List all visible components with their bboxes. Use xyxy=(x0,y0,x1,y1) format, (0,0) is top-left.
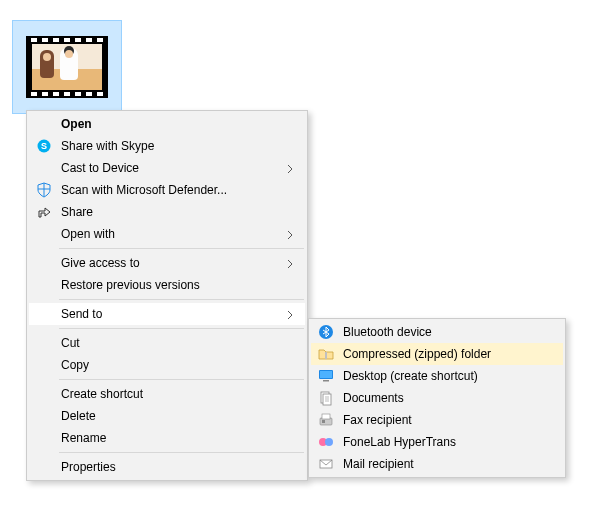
chevron-right-icon xyxy=(287,163,295,177)
selected-file[interactable] xyxy=(12,20,122,114)
menu-label: Share with Skype xyxy=(61,139,275,153)
shield-icon xyxy=(36,182,52,198)
separator xyxy=(59,328,304,329)
menu-give-access[interactable]: Give access to xyxy=(29,252,305,274)
submenu-label: Fax recipient xyxy=(343,413,533,427)
zip-folder-icon xyxy=(318,346,334,362)
documents-icon xyxy=(318,390,334,406)
svg-rect-15 xyxy=(322,414,330,419)
svg-rect-16 xyxy=(322,420,325,423)
submenu-fax[interactable]: Fax recipient xyxy=(311,409,563,431)
bluetooth-icon xyxy=(318,324,334,340)
menu-label: Share xyxy=(61,205,275,219)
menu-cast[interactable]: Cast to Device xyxy=(29,157,305,179)
chevron-right-icon xyxy=(287,258,295,272)
menu-label: Restore previous versions xyxy=(61,278,275,292)
submenu-label: FoneLab HyperTrans xyxy=(343,435,533,449)
menu-label: Properties xyxy=(61,460,275,474)
menu-share-skype[interactable]: S Share with Skype xyxy=(29,135,305,157)
share-icon xyxy=(36,204,52,220)
separator xyxy=(59,452,304,453)
menu-label: Create shortcut xyxy=(61,387,275,401)
menu-label: Open xyxy=(61,117,275,131)
submenu-label: Compressed (zipped) folder xyxy=(343,347,533,361)
chevron-right-icon xyxy=(287,229,295,243)
menu-label: Send to xyxy=(61,307,275,321)
fax-icon xyxy=(318,412,334,428)
menu-create-shortcut[interactable]: Create shortcut xyxy=(29,383,305,405)
menu-send-to[interactable]: Send to xyxy=(29,303,305,325)
menu-label: Cast to Device xyxy=(61,161,275,175)
svg-text:S: S xyxy=(41,141,47,151)
mail-icon xyxy=(318,456,334,472)
svg-point-18 xyxy=(325,438,333,446)
menu-label: Cut xyxy=(61,336,275,350)
submenu-documents[interactable]: Documents xyxy=(311,387,563,409)
submenu-mail[interactable]: Mail recipient xyxy=(311,453,563,475)
submenu-label: Desktop (create shortcut) xyxy=(343,369,533,383)
hypertrans-icon xyxy=(318,434,334,450)
svg-rect-10 xyxy=(323,394,331,405)
submenu-label: Bluetooth device xyxy=(343,325,533,339)
menu-copy[interactable]: Copy xyxy=(29,354,305,376)
menu-label: Give access to xyxy=(61,256,275,270)
separator xyxy=(59,299,304,300)
menu-label: Delete xyxy=(61,409,275,423)
context-menu: Open S Share with Skype Cast to Device S… xyxy=(26,110,308,481)
svg-rect-5 xyxy=(325,352,327,359)
menu-label: Open with xyxy=(61,227,275,241)
menu-label: Rename xyxy=(61,431,275,445)
menu-cut[interactable]: Cut xyxy=(29,332,305,354)
submenu-hypertrans[interactable]: FoneLab HyperTrans xyxy=(311,431,563,453)
svg-rect-8 xyxy=(323,380,329,382)
submenu-bluetooth[interactable]: Bluetooth device xyxy=(311,321,563,343)
svg-rect-7 xyxy=(320,371,332,378)
menu-rename[interactable]: Rename xyxy=(29,427,305,449)
menu-defender[interactable]: Scan with Microsoft Defender... xyxy=(29,179,305,201)
menu-open-with[interactable]: Open with xyxy=(29,223,305,245)
submenu-label: Documents xyxy=(343,391,533,405)
submenu-zip[interactable]: Compressed (zipped) folder xyxy=(311,343,563,365)
menu-open[interactable]: Open xyxy=(29,113,305,135)
separator xyxy=(59,248,304,249)
skype-icon: S xyxy=(36,138,52,154)
menu-delete[interactable]: Delete xyxy=(29,405,305,427)
submenu-desktop[interactable]: Desktop (create shortcut) xyxy=(311,365,563,387)
menu-properties[interactable]: Properties xyxy=(29,456,305,478)
menu-label: Copy xyxy=(61,358,275,372)
separator xyxy=(59,379,304,380)
menu-label: Scan with Microsoft Defender... xyxy=(61,183,275,197)
submenu-label: Mail recipient xyxy=(343,457,533,471)
desktop-icon xyxy=(318,368,334,384)
video-thumbnail xyxy=(26,36,108,98)
menu-share[interactable]: Share xyxy=(29,201,305,223)
chevron-right-icon xyxy=(287,309,295,323)
sendto-submenu: Bluetooth device Compressed (zipped) fol… xyxy=(308,318,566,478)
menu-restore[interactable]: Restore previous versions xyxy=(29,274,305,296)
